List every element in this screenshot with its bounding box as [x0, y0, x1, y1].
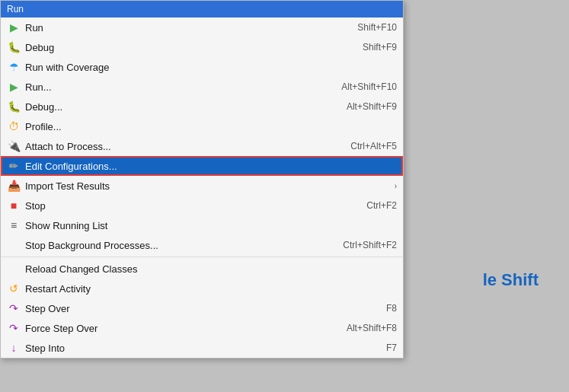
menu-item-edit-configurations[interactable]: ✏ Edit Configurations... [1, 156, 403, 176]
force-step-over-icon: ↷ [5, 320, 22, 336]
coverage-icon: ☂ [5, 59, 22, 75]
menu-item-run-dots[interactable]: ▶ Run... Alt+Shift+F10 [1, 77, 403, 97]
menu-item-debug-shortcut: Shift+F9 [363, 42, 397, 53]
debug-icon: 🐛 [5, 40, 22, 55]
debug-dots-icon: 🐛 [5, 99, 22, 114]
menu-item-stop-shortcut: Ctrl+F2 [366, 200, 397, 211]
menu-item-force-step-over-shortcut: Alt+Shift+F8 [347, 323, 397, 333]
edit-config-icon: ✏ [5, 158, 22, 174]
menu-header: Run [1, 1, 403, 18]
menu-item-force-step-over[interactable]: ↷ Force Step Over Alt+Shift+F8 [1, 318, 403, 338]
menu-item-force-step-over-label: Force Step Over [25, 323, 331, 334]
menu-item-step-over[interactable]: ↷ Step Over F8 [1, 298, 403, 318]
menu-item-import-label: Import Test Results [25, 180, 395, 192]
run-icon: ▶ [5, 20, 22, 35]
separator-1 [1, 257, 403, 257]
running-list-icon: ≡ [5, 218, 22, 233]
background-text: le Shift [483, 270, 539, 290]
menu-item-reload-changed-classes[interactable]: Reload Changed Classes [1, 259, 403, 279]
menu-item-debug[interactable]: 🐛 Debug Shift+F9 [1, 37, 403, 57]
menu-item-debug-dots[interactable]: 🐛 Debug... Alt+Shift+F9 [1, 97, 403, 116]
menu-item-stop-bg-label: Stop Background Processes... [25, 240, 328, 251]
menu-item-attach-shortcut: Ctrl+Alt+F5 [350, 141, 397, 151]
profile-icon: ⏱ [5, 119, 22, 134]
menu-item-reload-label: Reload Changed Classes [25, 263, 397, 275]
menu-item-debug-dots-shortcut: Alt+Shift+F9 [347, 101, 397, 112]
menu-item-step-into-shortcut: F7 [386, 343, 397, 353]
menu-item-run-dots-label: Run... [25, 81, 326, 93]
import-icon: 📥 [5, 178, 22, 193]
stop-icon: ■ [5, 198, 22, 213]
menu-item-debug-dots-label: Debug... [25, 101, 331, 113]
step-into-icon: ↓ [5, 340, 22, 355]
menu-item-restart-activity[interactable]: ↺ Restart Activity [1, 279, 403, 298]
menu-item-coverage-label: Run with Coverage [25, 62, 397, 73]
stop-bg-icon [5, 237, 22, 253]
menu-header-text: Run [7, 4, 24, 14]
menu-item-profile-label: Profile... [25, 121, 397, 132]
menu-item-step-into-label: Step Into [25, 343, 371, 354]
menu-item-running-list-label: Show Running List [25, 220, 397, 231]
menu-item-profile[interactable]: ⏱ Profile... [1, 116, 403, 136]
restart-icon: ↺ [5, 281, 22, 296]
menu-item-step-over-shortcut: F8 [386, 303, 397, 314]
menu-item-run-shortcut: Shift+F10 [357, 22, 397, 33]
menu-item-restart-label: Restart Activity [25, 283, 397, 295]
menu-item-attach-label: Attach to Process... [25, 141, 335, 152]
menu-item-debug-label: Debug [25, 42, 347, 53]
menu-item-import-test-results[interactable]: 📥 Import Test Results › [1, 176, 403, 196]
menu-item-stop-label: Stop [25, 200, 351, 212]
menu-item-show-running-list[interactable]: ≡ Show Running List [1, 215, 403, 235]
attach-icon: 🔌 [5, 139, 22, 154]
menu-item-run-label: Run [25, 22, 342, 33]
menu-item-stop[interactable]: ■ Stop Ctrl+F2 [1, 196, 403, 215]
menu-item-step-over-label: Step Over [25, 303, 371, 314]
menu-item-run[interactable]: ▶ Run Shift+F10 [1, 18, 403, 37]
menu-item-run-with-coverage[interactable]: ☂ Run with Coverage [1, 57, 403, 77]
menu-item-step-into[interactable]: ↓ Step Into F7 [1, 338, 403, 358]
run-dots-icon: ▶ [5, 79, 22, 94]
menu-item-stop-background[interactable]: Stop Background Processes... Ctrl+Shift+… [1, 235, 403, 255]
menu-item-edit-config-label: Edit Configurations... [25, 161, 397, 172]
context-menu: Run ▶ Run Shift+F10 🐛 Debug Shift+F9 ☂ R… [0, 0, 404, 359]
menu-item-attach-to-process[interactable]: 🔌 Attach to Process... Ctrl+Alt+F5 [1, 136, 403, 156]
step-over-icon: ↷ [5, 301, 22, 316]
menu-item-stop-bg-shortcut: Ctrl+Shift+F2 [343, 240, 397, 250]
submenu-arrow: › [395, 182, 397, 190]
reload-icon [5, 261, 22, 276]
menu-item-run-dots-shortcut: Alt+Shift+F10 [341, 81, 397, 92]
